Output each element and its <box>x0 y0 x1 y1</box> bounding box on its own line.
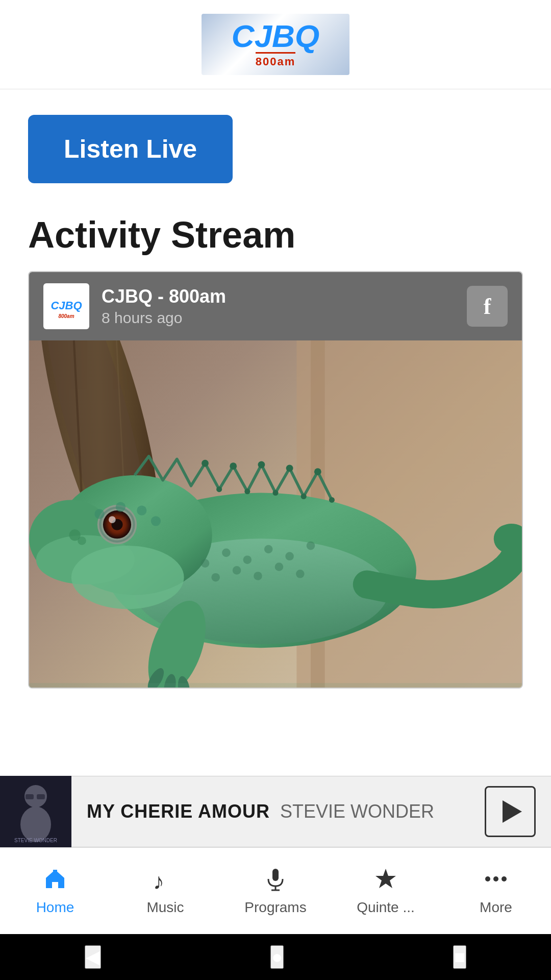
now-playing-info: MY CHERIE AMOUR STEVIE WONDER <box>71 801 485 822</box>
back-button[interactable]: ◀ <box>85 945 101 969</box>
svg-point-19 <box>109 516 116 523</box>
facebook-letter: f <box>484 293 491 320</box>
svg-point-38 <box>264 545 273 554</box>
card-station-info: CJBQ - 800am 8 hours ago <box>102 286 226 327</box>
main-content: Listen Live Activity Stream CJBQ 800am <box>0 89 551 689</box>
svg-point-29 <box>216 486 222 492</box>
nav-item-more[interactable]: More <box>441 867 551 916</box>
nav-label-programs: Programs <box>244 899 306 916</box>
activity-stream-section: Activity Stream CJBQ 800am <box>28 214 523 689</box>
svg-text:STEVIE WONDER: STEVIE WONDER <box>14 838 57 843</box>
nav-item-quinte[interactable]: Quinte ... <box>331 867 441 916</box>
stream-card[interactable]: CJBQ 800am CJBQ - 800am 8 hours ago f <box>28 271 523 689</box>
svg-point-40 <box>307 542 315 550</box>
music-icon: ♪ <box>153 867 178 895</box>
svg-point-26 <box>258 461 265 469</box>
nav-item-home[interactable]: Home <box>0 867 110 916</box>
svg-point-42 <box>233 566 241 575</box>
play-icon <box>503 800 522 823</box>
card-header: CJBQ 800am CJBQ - 800am 8 hours ago f <box>29 272 522 340</box>
logo-cjbq-text: CJBQ <box>232 20 319 52</box>
now-playing-bar: STEVIE WONDER MY CHERIE AMOUR STEVIE WON… <box>0 776 551 847</box>
more-icon <box>484 867 508 895</box>
album-art: STEVIE WONDER <box>0 776 71 847</box>
logo-frequency-text: 800am <box>256 52 296 68</box>
svg-point-21 <box>329 497 335 503</box>
activity-stream-title: Activity Stream <box>28 214 523 256</box>
svg-point-47 <box>78 536 86 545</box>
nav-label-home: Home <box>36 899 74 916</box>
svg-marker-65 <box>375 869 396 888</box>
svg-point-68 <box>502 876 507 881</box>
svg-text:♪: ♪ <box>153 869 164 891</box>
album-art-inner: STEVIE WONDER <box>0 776 71 847</box>
svg-point-22 <box>314 468 321 475</box>
card-time-ago: 8 hours ago <box>102 309 226 327</box>
svg-point-41 <box>211 573 220 582</box>
svg-point-66 <box>485 876 490 881</box>
svg-text:800am: 800am <box>58 313 74 319</box>
svg-point-28 <box>230 462 237 470</box>
svg-point-39 <box>285 552 294 561</box>
now-playing-song: MY CHERIE AMOUR <box>87 801 270 822</box>
svg-point-36 <box>222 549 231 557</box>
svg-point-30 <box>202 460 209 467</box>
recents-button[interactable]: ■ <box>453 945 466 969</box>
svg-rect-62 <box>272 869 279 881</box>
svg-point-51 <box>151 516 161 526</box>
nav-label-more: More <box>480 899 512 916</box>
svg-rect-60 <box>53 870 57 875</box>
svg-point-15 <box>71 546 184 609</box>
svg-rect-56 <box>26 794 34 799</box>
svg-point-43 <box>254 572 262 580</box>
svg-point-48 <box>94 509 104 519</box>
home-button[interactable]: ● <box>270 945 284 969</box>
svg-point-24 <box>286 464 293 472</box>
station-avatar: CJBQ 800am <box>43 283 89 329</box>
nav-label-quinte: Quinte ... <box>357 899 415 916</box>
station-logo: CJBQ 800am <box>202 14 349 75</box>
nav-item-music[interactable]: ♪ Music <box>110 867 220 916</box>
bottom-navigation: Home ♪ Music Programs Quinte ... <box>0 847 551 934</box>
nav-label-music: Music <box>146 899 184 916</box>
svg-point-67 <box>493 876 498 881</box>
iguana-illustration <box>29 340 522 688</box>
avatar-logo: CJBQ 800am <box>46 285 87 328</box>
card-station-name: CJBQ - 800am <box>102 286 226 307</box>
svg-point-23 <box>301 494 307 499</box>
svg-point-35 <box>201 559 210 568</box>
now-playing-artist: STEVIE WONDER <box>280 801 434 822</box>
play-button[interactable] <box>485 786 536 837</box>
svg-rect-57 <box>37 794 45 799</box>
svg-point-25 <box>272 490 278 496</box>
svg-point-37 <box>243 555 252 564</box>
star-icon <box>373 867 398 895</box>
svg-point-44 <box>275 562 284 571</box>
card-image <box>29 340 522 688</box>
svg-rect-52 <box>29 683 522 688</box>
nav-item-programs[interactable]: Programs <box>220 867 331 916</box>
facebook-icon[interactable]: f <box>467 286 508 327</box>
card-header-left: CJBQ 800am CJBQ - 800am 8 hours ago <box>43 283 226 329</box>
svg-point-45 <box>296 570 305 578</box>
home-icon <box>43 867 67 895</box>
app-header: CJBQ 800am <box>0 0 551 89</box>
svg-point-50 <box>137 505 146 515</box>
svg-point-55 <box>20 806 51 842</box>
listen-live-button[interactable]: Listen Live <box>28 115 233 183</box>
svg-point-49 <box>116 502 126 512</box>
microphone-icon <box>263 867 288 895</box>
svg-point-27 <box>244 488 250 494</box>
system-navigation: ◀ ● ■ <box>0 934 551 980</box>
svg-text:CJBQ: CJBQ <box>51 299 82 312</box>
